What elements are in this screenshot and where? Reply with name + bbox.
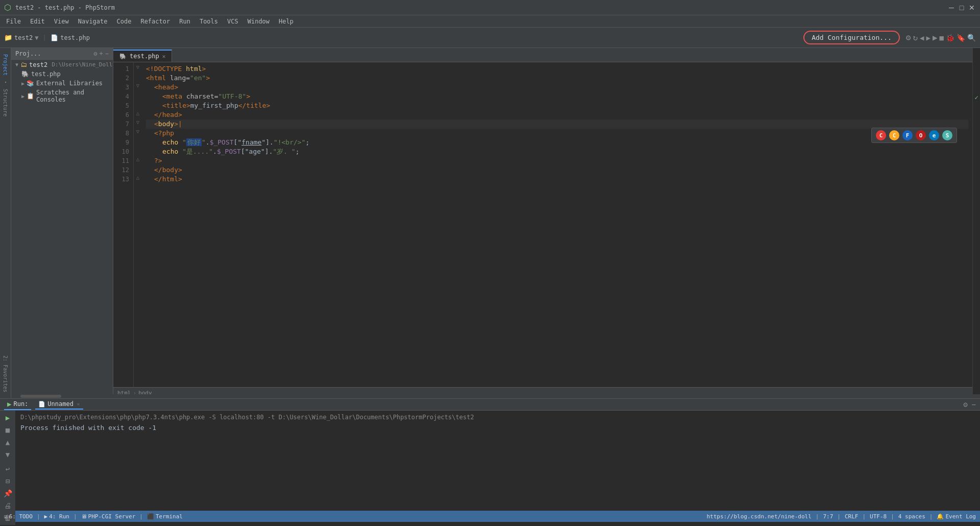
scroll-thumb[interactable] (20, 395, 61, 398)
tree-scratches[interactable]: ▶ 📋 Scratches and Consoles (11, 88, 113, 104)
fold-13[interactable]: △ (136, 175, 139, 180)
file-type-icon: 🐘 (21, 70, 29, 78)
bottom-settings-icon[interactable]: ⚙ (963, 400, 967, 409)
bookmark-icon[interactable]: 🔖 (957, 34, 965, 42)
minimize-button[interactable]: ─ (947, 4, 955, 12)
fold-11[interactable]: △ (136, 156, 139, 162)
structure-tab[interactable]: Structure (2, 87, 9, 118)
forward-icon[interactable]: ▶ (926, 34, 930, 42)
menu-window[interactable]: Window (243, 17, 274, 26)
favorites-label[interactable]: 2: Favorites (2, 353, 9, 394)
project-path: D:\Users\Nine_Doll (52, 61, 112, 68)
bottom-pin-icon[interactable]: 📌 (3, 488, 13, 498)
tree-file-item[interactable]: 🐘 test.php (11, 69, 113, 79)
line-num-13: 13 (113, 175, 129, 184)
firefox-icon[interactable]: F (902, 130, 913, 140)
search-everywhere-icon[interactable]: 🔍 (967, 34, 976, 42)
terminal-icon: ⬛ (147, 513, 154, 520)
panel-minus-icon[interactable]: − (105, 50, 109, 57)
scratches-arrow: ▶ (21, 93, 24, 99)
ext-lib-icon: 📚 (27, 80, 34, 87)
status-encoding[interactable]: UTF-8 (870, 513, 887, 520)
menu-help[interactable]: Help (275, 17, 298, 26)
horizontal-scrollbar[interactable] (20, 394, 980, 398)
menu-tools[interactable]: Tools (195, 17, 222, 26)
toolbar-project-name: test2 (14, 34, 33, 41)
status-line-info[interactable]: 7:7 (823, 513, 833, 520)
fold-3[interactable]: ▽ (136, 83, 139, 88)
tab-close-icon[interactable]: ✕ (162, 53, 166, 60)
gutter-7: ▽ (134, 117, 142, 127)
bottom-play-icon[interactable]: ▶ (5, 413, 11, 423)
bottom-down-icon[interactable]: ▼ (5, 449, 11, 460)
menu-file[interactable]: File (2, 17, 25, 26)
project-name: test2 (29, 61, 47, 68)
line-num-12: 12 (113, 165, 129, 175)
tab-bar: 🐘 test.php ✕ (113, 48, 972, 62)
bottom-up-icon[interactable]: ▲ (5, 437, 11, 447)
menu-view[interactable]: View (50, 17, 73, 26)
panel-plus-icon[interactable]: + (100, 50, 103, 57)
bottom-filter-icon[interactable]: ⊟ (5, 476, 11, 486)
maximize-button[interactable]: □ (958, 4, 966, 12)
status-sep-8: | (929, 513, 933, 520)
project-icon: 🗂 (20, 61, 27, 68)
menu-refactor[interactable]: Refactor (136, 17, 174, 26)
fold-1[interactable]: ▽ (136, 64, 139, 70)
toolbar-dropdown-icon[interactable]: ▼ (35, 34, 38, 41)
debug-icon[interactable]: 🐞 (946, 34, 954, 42)
gutter-13: △ (134, 173, 142, 182)
bottom-wrap-icon[interactable]: ↩ (5, 464, 11, 474)
code-line-1: <!DOCTYPE html> (146, 64, 968, 74)
menu-vcs[interactable]: VCS (223, 17, 242, 26)
main-content: Project Structure 2: Favorites Proj... ⚙… (0, 48, 980, 398)
close-button[interactable]: ✕ (968, 4, 976, 12)
tree-external-libraries[interactable]: ▶ 📚 External Libraries (11, 79, 113, 88)
file-name: test.php (31, 70, 61, 78)
status-run[interactable]: ▶ 4: Run (44, 513, 69, 520)
status-spaces[interactable]: 4 spaces (898, 513, 925, 520)
status-blog-url[interactable]: https://blog.csdn.net/nine-doll (706, 513, 811, 520)
status-terminal[interactable]: ⬛ Terminal (147, 513, 183, 520)
opera-icon[interactable]: O (916, 130, 926, 140)
bottom-stop-icon[interactable]: ■ (5, 425, 11, 435)
chrome-icon[interactable]: C (876, 130, 886, 140)
status-event-log[interactable]: 🔔 Event Log (937, 513, 976, 520)
bottom-tab-run[interactable]: ▶ Run: (4, 399, 31, 410)
back-icon[interactable]: ◀ (920, 34, 924, 42)
tab-test-php[interactable]: 🐘 test.php ✕ (113, 50, 172, 62)
fold-7[interactable]: ▽ (136, 119, 139, 125)
menu-run[interactable]: Run (175, 17, 194, 26)
edge-icon[interactable]: e (929, 130, 939, 140)
code-content[interactable]: <!DOCTYPE html> <html lang="en"> <head> … (142, 62, 972, 387)
bottom-tab-unnamed[interactable]: 📄 Unnamed × (35, 399, 83, 410)
stop-icon[interactable]: ■ (940, 34, 944, 42)
project-tab[interactable]: Project (2, 52, 9, 78)
run-icon[interactable]: ▶ (933, 33, 938, 42)
tree-root[interactable]: ▼ 🗂 test2 D:\Users\Nine_Doll (11, 60, 113, 69)
panel-title: Proj... (15, 50, 41, 57)
safari-icon[interactable]: S (942, 130, 952, 140)
status-crlf[interactable]: CRLF (845, 513, 859, 520)
status-sep-1: | (37, 513, 40, 520)
bottom-print-icon[interactable]: 🖨 (3, 500, 12, 511)
line-num-1: 1 (113, 64, 129, 74)
bottom-close-icon[interactable]: − (972, 400, 976, 409)
status-todo[interactable]: ☑ 6: TODO (4, 513, 33, 520)
menu-edit[interactable]: Edit (26, 17, 49, 26)
fold-6[interactable]: △ (136, 110, 139, 116)
event-log-icon: 🔔 (937, 513, 944, 520)
tab-label: test.php (130, 53, 159, 60)
add-configuration-button[interactable]: Add Configuration... (803, 31, 900, 44)
status-php-server[interactable]: 🖥 PHP-CGI Server (81, 513, 136, 520)
menu-code[interactable]: Code (113, 17, 136, 26)
gutter-2 (134, 71, 142, 81)
line-info-text: 7:7 (823, 513, 833, 520)
panel-gear-icon[interactable]: ⚙ (93, 50, 97, 57)
menu-navigate[interactable]: Navigate (74, 17, 112, 26)
refresh-icon[interactable]: ↻ (913, 33, 918, 42)
line-num-7: 7 (113, 119, 129, 129)
fold-8[interactable]: ▽ (136, 129, 139, 134)
chrome-canary-icon[interactable]: C (889, 130, 899, 140)
settings-icon[interactable]: ⚙ (906, 33, 911, 42)
